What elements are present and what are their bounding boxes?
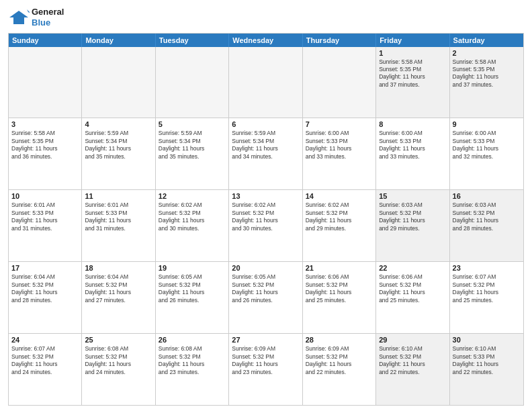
day-number: 28 (306, 336, 373, 344)
day-info: Sunrise: 6:09 AM Sunset: 5:32 PM Dayligh… (306, 345, 373, 376)
svg-marker-1 (27, 9, 30, 13)
day-number: 1 (379, 49, 446, 57)
day-info: Sunrise: 6:08 AM Sunset: 5:32 PM Dayligh… (159, 345, 226, 376)
day-info: Sunrise: 6:03 AM Sunset: 5:32 PM Dayligh… (453, 201, 521, 232)
day-6: 6Sunrise: 5:59 AM Sunset: 5:34 PM Daylig… (229, 118, 302, 189)
day-info: Sunrise: 6:10 AM Sunset: 5:32 PM Dayligh… (379, 345, 446, 376)
day-3: 3Sunrise: 5:58 AM Sunset: 5:35 PM Daylig… (9, 118, 82, 189)
day-number: 24 (11, 336, 79, 344)
day-info: Sunrise: 6:04 AM Sunset: 5:32 PM Dayligh… (85, 273, 152, 304)
day-info: Sunrise: 6:01 AM Sunset: 5:33 PM Dayligh… (85, 201, 152, 232)
day-8: 8Sunrise: 6:00 AM Sunset: 5:33 PM Daylig… (376, 118, 449, 189)
day-info: Sunrise: 5:59 AM Sunset: 5:34 PM Dayligh… (232, 130, 299, 161)
day-30: 30Sunrise: 6:10 AM Sunset: 5:33 PM Dayli… (450, 334, 523, 405)
day-info: Sunrise: 5:59 AM Sunset: 5:34 PM Dayligh… (159, 130, 226, 161)
day-info: Sunrise: 5:58 AM Sunset: 5:35 PM Dayligh… (453, 58, 521, 89)
empty-cell (82, 47, 155, 118)
day-16: 16Sunrise: 6:03 AM Sunset: 5:32 PM Dayli… (450, 190, 523, 261)
day-14: 14Sunrise: 6:02 AM Sunset: 5:32 PM Dayli… (303, 190, 376, 261)
empty-cell (229, 47, 302, 118)
day-number: 7 (306, 120, 373, 128)
day-info: Sunrise: 6:00 AM Sunset: 5:33 PM Dayligh… (306, 130, 373, 161)
empty-cell (9, 47, 82, 118)
logo-general: General (32, 7, 64, 17)
day-11: 11Sunrise: 6:01 AM Sunset: 5:33 PM Dayli… (82, 190, 155, 261)
day-22: 22Sunrise: 6:06 AM Sunset: 5:32 PM Dayli… (376, 262, 449, 333)
day-info: Sunrise: 6:09 AM Sunset: 5:32 PM Dayligh… (232, 345, 299, 376)
day-info: Sunrise: 6:10 AM Sunset: 5:33 PM Dayligh… (453, 345, 521, 376)
day-info: Sunrise: 6:01 AM Sunset: 5:33 PM Dayligh… (11, 201, 79, 232)
day-7: 7Sunrise: 6:00 AM Sunset: 5:33 PM Daylig… (303, 118, 376, 189)
header: General Blue (8, 7, 524, 29)
day-4: 4Sunrise: 5:59 AM Sunset: 5:34 PM Daylig… (82, 118, 155, 189)
day-info: Sunrise: 6:02 AM Sunset: 5:32 PM Dayligh… (306, 201, 373, 232)
header-tuesday: Tuesday (156, 34, 229, 47)
day-21: 21Sunrise: 6:06 AM Sunset: 5:32 PM Dayli… (303, 262, 376, 333)
day-27: 27Sunrise: 6:09 AM Sunset: 5:32 PM Dayli… (229, 334, 302, 405)
day-number: 30 (453, 336, 521, 344)
day-info: Sunrise: 5:58 AM Sunset: 5:35 PM Dayligh… (11, 130, 79, 161)
day-info: Sunrise: 6:00 AM Sunset: 5:33 PM Dayligh… (379, 130, 446, 161)
day-10: 10Sunrise: 6:01 AM Sunset: 5:33 PM Dayli… (9, 190, 82, 261)
header-friday: Friday (376, 34, 449, 47)
day-1: 1Sunrise: 5:58 AM Sunset: 5:35 PM Daylig… (376, 47, 449, 118)
logo-blue: Blue (32, 17, 64, 28)
day-number: 6 (232, 120, 299, 128)
day-info: Sunrise: 6:06 AM Sunset: 5:32 PM Dayligh… (379, 273, 446, 304)
logo-bird-icon (8, 8, 30, 27)
week-1: 1Sunrise: 5:58 AM Sunset: 5:35 PM Daylig… (9, 47, 523, 119)
week-5: 24Sunrise: 6:07 AM Sunset: 5:32 PM Dayli… (9, 334, 523, 405)
day-2: 2Sunrise: 5:58 AM Sunset: 5:35 PM Daylig… (450, 47, 523, 118)
day-info: Sunrise: 6:08 AM Sunset: 5:32 PM Dayligh… (85, 345, 152, 376)
calendar-header: SundayMondayTuesdayWednesdayThursdayFrid… (9, 34, 523, 47)
day-number: 3 (11, 120, 79, 128)
header-wednesday: Wednesday (229, 34, 302, 47)
day-number: 20 (232, 264, 299, 272)
day-info: Sunrise: 6:05 AM Sunset: 5:32 PM Dayligh… (159, 273, 226, 304)
day-19: 19Sunrise: 6:05 AM Sunset: 5:32 PM Dayli… (156, 262, 229, 333)
day-number: 9 (453, 120, 521, 128)
day-number: 26 (159, 336, 226, 344)
day-info: Sunrise: 6:06 AM Sunset: 5:32 PM Dayligh… (306, 273, 373, 304)
day-number: 12 (159, 192, 226, 200)
day-number: 13 (232, 192, 299, 200)
logo-container: General Blue (8, 7, 64, 29)
page: General Blue SundayMondayTuesdayWednesda… (0, 0, 532, 411)
day-info: Sunrise: 6:05 AM Sunset: 5:32 PM Dayligh… (232, 273, 299, 304)
day-number: 17 (11, 264, 79, 272)
day-12: 12Sunrise: 6:02 AM Sunset: 5:32 PM Dayli… (156, 190, 229, 261)
header-thursday: Thursday (303, 34, 376, 47)
day-number: 22 (379, 264, 446, 272)
empty-cell (156, 47, 229, 118)
day-number: 4 (85, 120, 152, 128)
day-number: 16 (453, 192, 521, 200)
day-info: Sunrise: 6:00 AM Sunset: 5:33 PM Dayligh… (453, 130, 521, 161)
day-17: 17Sunrise: 6:04 AM Sunset: 5:32 PM Dayli… (9, 262, 82, 333)
week-3: 10Sunrise: 6:01 AM Sunset: 5:33 PM Dayli… (9, 190, 523, 262)
day-number: 14 (306, 192, 373, 200)
day-20: 20Sunrise: 6:05 AM Sunset: 5:32 PM Dayli… (229, 262, 302, 333)
day-info: Sunrise: 6:04 AM Sunset: 5:32 PM Dayligh… (11, 273, 79, 304)
day-number: 15 (379, 192, 446, 200)
day-number: 8 (379, 120, 446, 128)
day-number: 5 (159, 120, 226, 128)
day-info: Sunrise: 5:59 AM Sunset: 5:34 PM Dayligh… (85, 130, 152, 161)
day-number: 21 (306, 264, 373, 272)
day-5: 5Sunrise: 5:59 AM Sunset: 5:34 PM Daylig… (156, 118, 229, 189)
day-9: 9Sunrise: 6:00 AM Sunset: 5:33 PM Daylig… (450, 118, 523, 189)
day-24: 24Sunrise: 6:07 AM Sunset: 5:32 PM Dayli… (9, 334, 82, 405)
header-saturday: Saturday (450, 34, 523, 47)
day-number: 25 (85, 336, 152, 344)
day-info: Sunrise: 6:02 AM Sunset: 5:32 PM Dayligh… (232, 201, 299, 232)
day-info: Sunrise: 6:07 AM Sunset: 5:32 PM Dayligh… (453, 273, 521, 304)
header-monday: Monday (82, 34, 155, 47)
day-info: Sunrise: 6:03 AM Sunset: 5:32 PM Dayligh… (379, 201, 446, 232)
day-number: 11 (85, 192, 152, 200)
day-15: 15Sunrise: 6:03 AM Sunset: 5:32 PM Dayli… (376, 190, 449, 261)
day-info: Sunrise: 5:58 AM Sunset: 5:35 PM Dayligh… (379, 58, 446, 89)
svg-marker-0 (9, 11, 28, 24)
calendar-body: 1Sunrise: 5:58 AM Sunset: 5:35 PM Daylig… (9, 47, 523, 406)
week-2: 3Sunrise: 5:58 AM Sunset: 5:35 PM Daylig… (9, 118, 523, 190)
day-number: 27 (232, 336, 299, 344)
day-number: 29 (379, 336, 446, 344)
